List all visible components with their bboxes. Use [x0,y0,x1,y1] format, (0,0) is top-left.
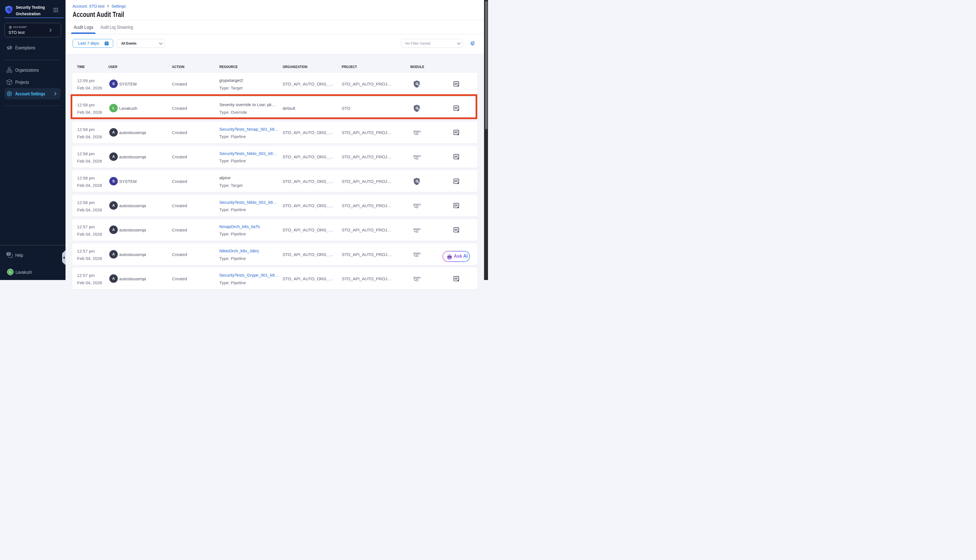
svg-text:?: ? [8,253,10,255]
